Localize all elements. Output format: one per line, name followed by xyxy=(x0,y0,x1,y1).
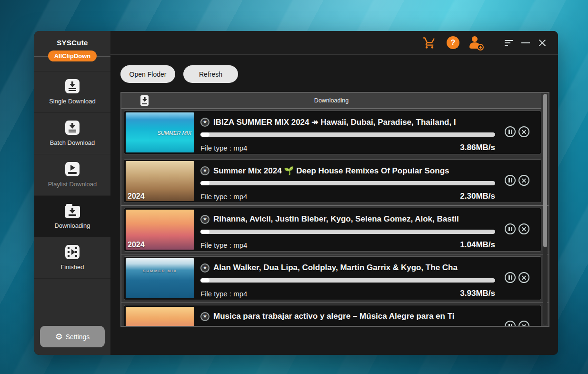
progress-bar xyxy=(200,181,495,185)
content-area: Open Floder Refresh Downloading SUMMER M… xyxy=(110,55,558,355)
plus-badge-icon xyxy=(477,44,484,51)
file-type-label: File type : mp4 xyxy=(200,144,247,152)
video-title: IBIZA SUMMER MIX 2024 ↠ Hawaii, Dubai, P… xyxy=(213,117,456,127)
sidebar-item-downloading[interactable]: Downloading xyxy=(34,196,110,237)
cancel-button[interactable] xyxy=(518,272,529,283)
video-thumbnail: 2024 xyxy=(126,161,194,201)
sidebar-item-label: Single Download xyxy=(49,98,96,105)
row-details: ★ Alan Walker, Dua Lipa, Coldplay, Marti… xyxy=(194,258,495,298)
box-download-icon xyxy=(65,121,80,135)
add-user-icon[interactable] xyxy=(469,36,483,50)
video-title: Summer Mix 2024 🌱 Deep House Remixes Of … xyxy=(213,166,449,176)
video-title: Musica para trabajar activo y alegre – M… xyxy=(213,312,454,321)
star-badge-icon: ★ xyxy=(200,215,209,224)
video-title: Rihanna, Avicii, Justin Bieber, Kygo, Se… xyxy=(213,214,459,224)
star-badge-icon: ★ xyxy=(200,118,209,127)
star-badge-icon: ★ xyxy=(200,166,209,175)
settings-label: Settings xyxy=(66,333,90,341)
star-badge-icon: ★ xyxy=(200,263,209,273)
row-details: ★ IBIZA SUMMER MIX 2024 ↠ Hawaii, Dubai,… xyxy=(194,112,495,152)
pause-button[interactable] xyxy=(505,272,516,283)
help-icon[interactable]: ? xyxy=(447,36,459,49)
progress-bar xyxy=(200,278,495,283)
cancel-button[interactable] xyxy=(518,175,529,186)
list-header: Downloading xyxy=(121,93,541,109)
film-play-icon xyxy=(65,245,80,259)
playlist-play-icon xyxy=(65,162,80,176)
folder-download-icon xyxy=(65,206,80,218)
video-thumbnail: SUMMER MIX xyxy=(126,258,194,298)
file-type-label: File type : mp4 xyxy=(200,241,247,249)
scrollbar-thumb[interactable] xyxy=(543,94,547,247)
pause-button[interactable] xyxy=(505,126,516,137)
sidebar-item-label: Batch Download xyxy=(50,139,95,146)
download-row: SUMMER MIX ★ IBIZA SUMMER MIX 2024 ↠ Haw… xyxy=(124,111,541,154)
titlebar-action-icons: ? xyxy=(422,36,483,50)
sidebar-item-finished[interactable]: Finished xyxy=(34,237,110,279)
thumbnail-caption: 2024 xyxy=(128,192,145,201)
thumbnail-caption: 2024 xyxy=(128,241,145,249)
sidebar-item-label: Finished xyxy=(60,263,84,271)
download-row: 2024 ★ Rihanna, Avicii, Justin Bieber, K… xyxy=(124,208,541,252)
video-title: Alan Walker, Dua Lipa, Coldplay, Martin … xyxy=(213,263,458,273)
pause-button[interactable] xyxy=(505,223,516,234)
sidebar: SYSCute AllClipDown Single Download Batc… xyxy=(34,31,110,355)
gear-icon: ⚙ xyxy=(55,333,63,341)
thumbnail-caption: SUMMER MIX xyxy=(126,269,194,273)
progress-bar xyxy=(200,132,495,137)
desktop-background: SYSCute AllClipDown Single Download Batc… xyxy=(0,0,588,374)
brand-badge: AllClipDown xyxy=(48,51,97,61)
cancel-button[interactable] xyxy=(518,126,529,137)
video-thumbnail: 2024 xyxy=(126,210,194,250)
box-download-icon xyxy=(65,79,80,93)
sidebar-item-single-download[interactable]: Single Download xyxy=(34,71,110,113)
pause-button[interactable] xyxy=(505,175,516,186)
sidebar-header: SYSCute AllClipDown xyxy=(34,31,110,71)
download-speed: 3.93MB/s xyxy=(460,289,495,298)
sidebar-item-playlist-download[interactable]: Playlist Download xyxy=(34,154,110,196)
download-row: SUMMER MIX ★ Alan Walker, Dua Lipa, Cold… xyxy=(124,256,541,300)
file-type-label: File type : mp4 xyxy=(200,290,247,298)
sidebar-item-label: Playlist Download xyxy=(48,181,97,188)
list-header-label: Downloading xyxy=(121,97,541,104)
brand-badge-row: AllClipDown xyxy=(34,51,110,61)
row-details: ★ Summer Mix 2024 🌱 Deep House Remixes O… xyxy=(194,161,495,201)
app-window: SYSCute AllClipDown Single Download Batc… xyxy=(34,31,558,355)
download-speed: 3.86MB/s xyxy=(460,143,495,152)
video-thumbnail xyxy=(126,307,194,327)
refresh-button[interactable]: Refresh xyxy=(183,65,238,83)
main-panel: ? Open Floder Refresh xyxy=(110,31,558,355)
scrollbar-track xyxy=(543,94,547,325)
titlebar: ? xyxy=(110,31,558,55)
row-details: ★ Musica para trabajar activo y alegre –… xyxy=(194,307,495,327)
cancel-button[interactable] xyxy=(518,321,529,327)
download-speed: 2.30MB/s xyxy=(460,192,495,201)
cancel-button[interactable] xyxy=(518,223,529,234)
minimize-icon[interactable] xyxy=(521,42,530,43)
pause-button[interactable] xyxy=(505,321,516,327)
download-row: ★ Musica para trabajar activo y alegre –… xyxy=(124,305,541,327)
sidebar-item-label: Downloading xyxy=(54,222,90,229)
question-mark: ? xyxy=(451,39,456,47)
settings-button[interactable]: ⚙ Settings xyxy=(40,326,105,347)
download-rows: SUMMER MIX ★ IBIZA SUMMER MIX 2024 ↠ Haw… xyxy=(121,109,548,327)
menu-icon[interactable] xyxy=(505,40,513,46)
shopping-cart-icon[interactable] xyxy=(422,36,437,50)
file-type-label: File type : mp4 xyxy=(200,192,247,201)
download-row: 2024 ★ Summer Mix 2024 🌱 Deep House Remi… xyxy=(124,159,541,203)
download-speed: 1.04MB/s xyxy=(460,240,495,250)
row-details: ★ Rihanna, Avicii, Justin Bieber, Kygo, … xyxy=(194,210,495,250)
close-icon[interactable] xyxy=(538,39,547,47)
toolbar: Open Floder Refresh xyxy=(120,65,549,83)
window-controls xyxy=(505,39,547,47)
download-list: Downloading SUMMER MIX ★ IBIZA SUMMER MI… xyxy=(120,92,549,327)
sidebar-item-batch-download[interactable]: Batch Download xyxy=(34,113,110,154)
star-badge-icon: ★ xyxy=(200,312,209,321)
progress-bar xyxy=(200,230,495,234)
open-folder-button[interactable]: Open Floder xyxy=(120,65,175,83)
thumbnail-caption: SUMMER MIX xyxy=(158,130,192,136)
video-thumbnail: SUMMER MIX xyxy=(126,112,194,152)
brand-title: SYSCute xyxy=(34,31,110,47)
